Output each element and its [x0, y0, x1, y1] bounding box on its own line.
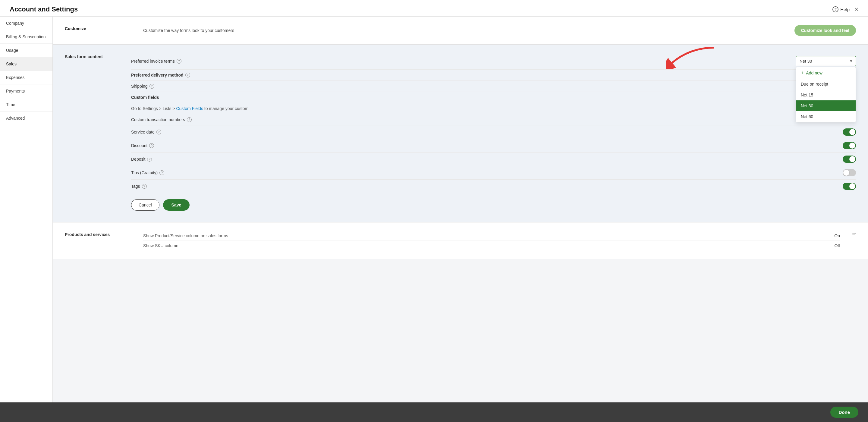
products-item-1: Show SKU column Off: [143, 241, 840, 250]
customize-section-label: Customize: [65, 25, 131, 31]
customize-look-feel-button[interactable]: Customize look and feel: [795, 25, 856, 36]
service-date-help-icon[interactable]: ?: [156, 130, 161, 134]
deposit-help-icon[interactable]: ?: [147, 157, 152, 161]
products-row: Products and services Show Product/Servi…: [65, 231, 856, 250]
sidebar-item-usage[interactable]: Usage: [0, 44, 53, 57]
service-date-toggle[interactable]: [843, 128, 856, 135]
products-item-value-0: On: [834, 233, 840, 238]
products-content: Show Product/Service column on sales for…: [143, 231, 840, 250]
custom-fields-description: Go to Settings > Lists > Custom Fields t…: [131, 106, 248, 111]
dropdown-net-30[interactable]: Net 30: [796, 100, 856, 111]
custom-fields-row: Custom fields: [131, 92, 856, 103]
deposit-label-group: Deposit ?: [131, 157, 152, 161]
discount-label-group: Discount ?: [131, 143, 154, 148]
discount-row: Discount ?: [131, 139, 856, 153]
main-layout: Company Billing & Subscription Usage Sal…: [0, 17, 868, 421]
done-button[interactable]: Done: [830, 406, 859, 418]
footer-bar: Done: [0, 402, 868, 421]
tags-toggle-knob: [849, 183, 855, 189]
delivery-method-label-group: Preferred delivery method ?: [131, 73, 190, 78]
tags-row: Tags ?: [131, 180, 856, 193]
invoice-terms-label-group: Preferred invoice terms ?: [131, 59, 181, 64]
form-actions: Cancel Save: [131, 193, 856, 214]
add-new-label: Add new: [806, 70, 822, 76]
tips-label-group: Tips (Gratuity) ?: [131, 170, 164, 175]
sidebar-item-advanced[interactable]: Advanced: [0, 112, 53, 125]
products-item-value-1: Off: [835, 243, 840, 248]
sales-form-layout: Sales form content Preferred invoice ter…: [65, 53, 856, 214]
customize-row: Customize Customize the way forms look t…: [65, 25, 856, 36]
sidebar-item-expenses[interactable]: Expenses: [0, 71, 53, 84]
deposit-toggle[interactable]: [843, 155, 856, 163]
header-actions: ? Help ×: [832, 6, 858, 13]
tips-help-icon[interactable]: ?: [159, 170, 164, 175]
deposit-label: Deposit: [131, 157, 145, 161]
sidebar-item-company[interactable]: Company: [0, 17, 53, 30]
customize-description: Customize the way forms look to your cus…: [143, 28, 234, 33]
service-date-row: Service date ?: [131, 125, 856, 139]
invoice-terms-dropdown-wrapper: Net 30 ▼ + Add new Due on receipt: [796, 56, 856, 66]
discount-toggle[interactable]: [843, 142, 856, 149]
cancel-button[interactable]: Cancel: [131, 199, 159, 211]
discount-help-icon[interactable]: ?: [149, 143, 154, 148]
page-header: Account and Settings ? Help ×: [0, 0, 868, 17]
close-button[interactable]: ×: [855, 6, 858, 13]
tips-row: Tips (Gratuity) ?: [131, 166, 856, 180]
tags-help-icon[interactable]: ?: [142, 184, 147, 189]
products-section: Products and services Show Product/Servi…: [53, 222, 868, 259]
customize-section: Customize Customize the way forms look t…: [53, 17, 868, 44]
discount-toggle-knob: [849, 143, 855, 149]
footer-spacer: [53, 259, 868, 283]
dropdown-add-new[interactable]: + Add new: [796, 67, 856, 79]
plus-icon: +: [801, 70, 804, 76]
custom-fields-label: Custom fields: [131, 95, 159, 100]
invoice-terms-select[interactable]: Net 30: [796, 56, 856, 66]
sidebar-item-time[interactable]: Time: [0, 98, 53, 112]
invoice-terms-help-icon[interactable]: ?: [177, 59, 181, 64]
tips-toggle-knob: [843, 170, 849, 176]
dropdown-net-60[interactable]: Net 60: [796, 111, 856, 122]
service-date-label-group: Service date ?: [131, 130, 161, 134]
dropdown-due-on-receipt[interactable]: Due on receipt: [796, 79, 856, 90]
products-item-label-0: Show Product/Service column on sales for…: [143, 233, 228, 238]
discount-label: Discount: [131, 143, 147, 148]
products-item-0: Show Product/Service column on sales for…: [143, 231, 840, 241]
tags-label-group: Tags ?: [131, 184, 147, 189]
tags-toggle[interactable]: [843, 183, 856, 190]
sidebar-item-sales[interactable]: Sales: [0, 57, 53, 71]
custom-fields-text-after: to manage your custom: [203, 106, 248, 111]
due-on-receipt-label: Due on receipt: [801, 82, 828, 87]
products-section-label: Products and services: [65, 231, 131, 250]
invoice-terms-dropdown-menu: + Add new Due on receipt Net 15: [796, 67, 856, 122]
help-button[interactable]: ? Help: [832, 6, 849, 12]
shipping-row: Shipping ?: [131, 81, 856, 92]
custom-fields-link[interactable]: Custom Fields: [176, 106, 203, 111]
net-60-label: Net 60: [801, 114, 813, 119]
delivery-method-label: Preferred delivery method: [131, 73, 184, 78]
help-label: Help: [840, 7, 849, 12]
customize-inner-row: Customize the way forms look to your cus…: [143, 25, 856, 36]
tips-label: Tips (Gratuity): [131, 170, 158, 175]
sidebar-item-payments[interactable]: Payments: [0, 84, 53, 98]
custom-fields-desc-row: Go to Settings > Lists > Custom Fields t…: [131, 103, 856, 114]
save-button[interactable]: Save: [163, 199, 190, 211]
dropdown-net-15[interactable]: Net 15: [796, 90, 856, 100]
sales-content-col: Preferred invoice terms ? Net 30 ▼: [131, 53, 856, 214]
invoice-terms-label: Preferred invoice terms: [131, 59, 175, 64]
sidebar-item-billing[interactable]: Billing & Subscription: [0, 30, 53, 44]
net-15-label: Net 15: [801, 93, 813, 97]
delivery-method-help-icon[interactable]: ?: [185, 73, 190, 78]
custom-fields-text-before: Go to Settings > Lists >: [131, 106, 176, 111]
sales-section-label: Sales form content: [65, 53, 131, 214]
shipping-label: Shipping: [131, 84, 148, 89]
custom-transaction-help-icon[interactable]: ?: [187, 117, 192, 122]
products-edit-icon[interactable]: ✏: [852, 231, 856, 250]
shipping-help-icon[interactable]: ?: [150, 84, 154, 89]
shipping-label-group: Shipping ?: [131, 84, 154, 89]
service-date-label: Service date: [131, 130, 155, 134]
invoice-terms-row: Preferred invoice terms ? Net 30 ▼: [131, 53, 856, 70]
page-title: Account and Settings: [10, 5, 78, 13]
service-date-toggle-knob: [849, 129, 855, 135]
custom-transaction-label-group: Custom transaction numbers ?: [131, 117, 192, 122]
tips-toggle[interactable]: [843, 169, 856, 176]
